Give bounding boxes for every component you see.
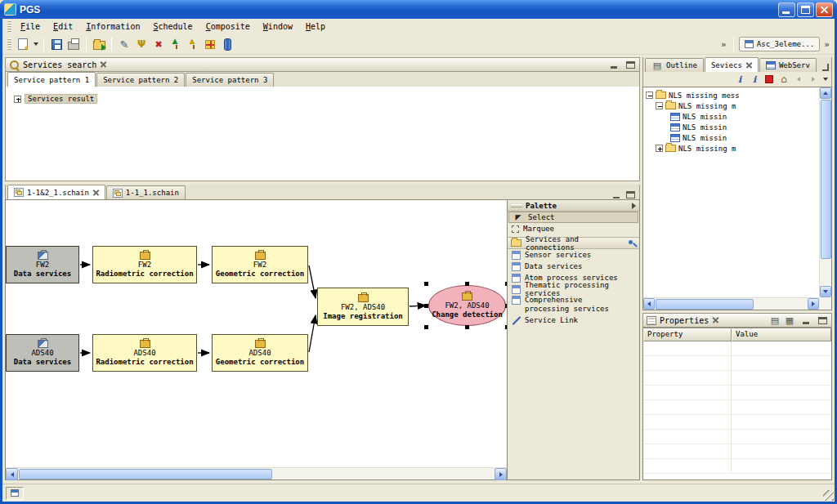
perspective-overflow-chevron[interactable]: » — [822, 39, 831, 50]
maximize-view-button[interactable] — [817, 316, 828, 325]
tree-item-nls-0[interactable]: NLS missing mess — [643, 90, 819, 100]
close-tab-icon[interactable] — [745, 62, 752, 69]
close-button[interactable] — [816, 2, 833, 17]
node-fw2-data-services[interactable]: FW2 Data services — [6, 246, 79, 283]
palette-tool-select[interactable]: Select — [508, 212, 638, 223]
menu-file[interactable]: File — [15, 21, 46, 32]
menu-help[interactable]: Help — [300, 21, 331, 32]
menu-composite[interactable]: Composite — [200, 21, 256, 32]
table-row[interactable] — [643, 341, 831, 356]
column-button[interactable] — [220, 37, 235, 51]
menu-edit[interactable]: Edit — [47, 21, 78, 32]
resize-grip[interactable] — [823, 490, 834, 501]
show-advanced-button[interactable] — [784, 314, 795, 326]
scrollbar-thumb[interactable] — [19, 469, 272, 479]
tab-schain-2[interactable]: 1-1_1.schain — [106, 185, 186, 199]
tab-outline[interactable]: Outline — [645, 58, 704, 72]
node-fw2-geometric-correction[interactable]: FW2 Geometric correction — [212, 246, 308, 283]
palette-item-service-link[interactable]: Service Link — [508, 314, 638, 326]
tab-seviecs[interactable]: Seviecs — [705, 57, 759, 72]
palette-item-thematic-processing-services[interactable]: Thematic processing services — [508, 283, 638, 295]
stop-button[interactable] — [763, 74, 775, 85]
forward-button[interactable] — [808, 74, 819, 85]
node-change-detection[interactable]: FW2, ADS40 Change detection — [428, 285, 506, 326]
scrollbar-thumb[interactable] — [656, 299, 754, 310]
table-row[interactable] — [643, 386, 831, 400]
package-button[interactable] — [203, 37, 217, 51]
save-button[interactable] — [49, 37, 64, 51]
tab-service-pattern-3[interactable]: Service pattern 3 — [186, 73, 274, 87]
new-wizard-button[interactable] — [16, 37, 30, 51]
collapse-icon[interactable] — [656, 102, 663, 109]
services-result-node[interactable]: Services result — [6, 93, 639, 105]
minimize-view-button[interactable] — [801, 316, 812, 325]
import-button[interactable] — [92, 37, 106, 51]
close-view-icon[interactable] — [100, 61, 106, 68]
node-fw2-radiometric-correction[interactable]: FW2 Radiometric correction — [92, 246, 197, 283]
scroll-down-button[interactable] — [820, 286, 831, 297]
node-ads40-data-services[interactable]: ADS40 Data services — [6, 334, 79, 372]
scroll-right-button[interactable] — [495, 468, 507, 480]
minimize-editor-button[interactable] — [611, 190, 622, 199]
delete-button[interactable] — [151, 37, 166, 51]
palette-header[interactable]: Palette — [508, 200, 639, 212]
tree-item-nls-3[interactable]: NLS missin — [643, 122, 819, 132]
palette-item-comprehensive-processing-services[interactable]: Comprehensive processing services — [508, 295, 638, 314]
view-menu-icon[interactable] — [823, 78, 828, 81]
table-row[interactable] — [643, 356, 831, 371]
canvas-horizontal-scrollbar[interactable] — [6, 467, 507, 479]
tree-item-nls-5[interactable]: NLS missing m — [643, 143, 819, 154]
scroll-left-button[interactable] — [6, 468, 18, 480]
menu-grip[interactable] — [7, 20, 11, 33]
table-row[interactable] — [643, 400, 831, 415]
column-value[interactable]: Value — [732, 328, 831, 341]
column-property[interactable]: Property — [643, 328, 732, 341]
menu-information[interactable]: Information — [80, 21, 145, 32]
edit-button[interactable] — [117, 37, 132, 51]
node-ads40-radiometric-correction[interactable]: ADS40 Radiometric correction — [92, 334, 197, 372]
close-tab-icon[interactable] — [92, 190, 99, 196]
table-row[interactable] — [643, 415, 831, 430]
menu-window[interactable]: Window — [257, 21, 298, 32]
tree-item-nls-2[interactable]: NLS missin — [643, 111, 819, 122]
publish-button[interactable] — [168, 37, 183, 51]
workflow-canvas[interactable]: FW2 Data services FW2 Radiometric correc… — [6, 200, 507, 467]
close-view-icon[interactable] — [712, 317, 718, 323]
print-button[interactable] — [66, 37, 81, 51]
home-button[interactable] — [778, 74, 790, 85]
minimize-view-button[interactable] — [821, 63, 823, 72]
node-ads40-geometric-correction[interactable]: ADS40 Geometric correction — [212, 334, 308, 372]
minimize-button[interactable] — [778, 2, 795, 17]
scrollbar-thumb[interactable] — [821, 100, 831, 259]
maximize-view-button[interactable] — [826, 63, 829, 72]
tree-item-nls-1[interactable]: NLS missing m — [643, 100, 819, 111]
back-button[interactable] — [793, 74, 804, 85]
tree-horizontal-scrollbar[interactable] — [643, 297, 819, 310]
scroll-left-button[interactable] — [643, 298, 655, 310]
info-icon[interactable] — [749, 74, 760, 85]
tree-vertical-scrollbar[interactable] — [819, 87, 831, 297]
pin-icon[interactable] — [628, 239, 636, 248]
maximize-editor-button[interactable] — [625, 190, 636, 199]
tab-service-pattern-2[interactable]: Service pattern 2 — [96, 73, 185, 87]
tab-service-pattern-1[interactable]: Service pattern 1 — [7, 72, 96, 87]
toolbar-overflow-chevron[interactable]: » — [719, 39, 728, 50]
expand-icon[interactable] — [14, 96, 21, 103]
table-row[interactable] — [643, 459, 831, 474]
table-row[interactable] — [643, 371, 831, 386]
palette-tool-marquee[interactable]: Marquee — [508, 223, 638, 234]
tab-webserv[interactable]: WebServ — [759, 58, 817, 72]
show-categories-button[interactable] — [769, 314, 781, 326]
run-config-button[interactable] — [134, 37, 149, 51]
palette-item-data-services[interactable]: Data services — [508, 261, 638, 272]
perspective-button[interactable]: Asc_3eleme... — [739, 37, 820, 51]
maximize-view-button[interactable] — [625, 60, 636, 69]
tree-item-nls-4[interactable]: NLS missin — [643, 132, 819, 143]
minimize-view-button[interactable] — [609, 60, 620, 69]
palette-group-services[interactable]: Services and connections — [508, 237, 639, 249]
maximize-button[interactable] — [797, 2, 814, 17]
scroll-right-button[interactable] — [808, 298, 819, 310]
status-cell[interactable] — [6, 487, 24, 500]
collapse-icon[interactable] — [646, 91, 653, 99]
table-row[interactable] — [643, 444, 831, 459]
